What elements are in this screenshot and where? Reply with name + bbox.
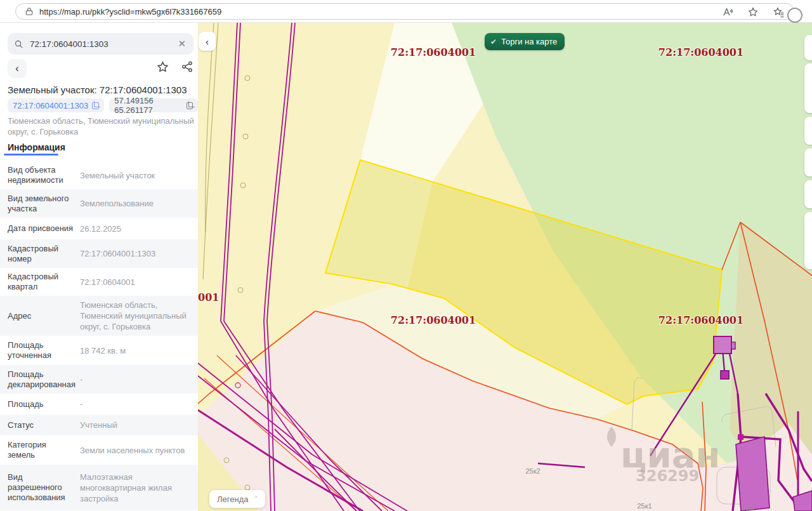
- trades-button-label: Торги на карте: [501, 37, 557, 46]
- quarter-label: 72:17:0604001: [658, 46, 743, 58]
- map-control-button[interactable]: [804, 63, 812, 113]
- quarter-label-clipped: 001: [198, 291, 219, 303]
- row-label: Площадь декларированная: [8, 369, 74, 390]
- map-control-button[interactable]: [804, 149, 812, 176]
- building-small[interactable]: [721, 371, 729, 379]
- back-button[interactable]: ‹: [8, 59, 27, 78]
- house-label: 25к2: [525, 467, 540, 475]
- chevron-up-icon: ⌃: [253, 495, 258, 502]
- table-row: Дата присвоения26.12.2025: [0, 218, 198, 239]
- table-row: Кадастровый номер72:17:0604001:1303: [0, 239, 198, 268]
- map-canvas: циан 326299 72:17:0604001 72:17:0604001 …: [198, 23, 812, 511]
- quarter-label: 72:17:0604001: [391, 314, 476, 326]
- svg-text:326299: 326299: [636, 467, 699, 485]
- address-bar[interactable]: https://map.ru/pkk?ysclid=mkw5gx6l7k3316…: [15, 3, 794, 20]
- row-label: Площадь: [8, 399, 74, 409]
- share-icon[interactable]: [181, 60, 193, 73]
- row-value: 72:17:0604001:1303: [80, 248, 155, 259]
- row-label: Категория земель: [8, 440, 74, 460]
- coordinates-text: 57.149156 65.261177: [114, 96, 183, 115]
- table-row: СтатусУчтенный: [0, 415, 198, 435]
- row-value: Тюменская область, Тюменский муниципальн…: [80, 300, 190, 332]
- check-icon: ✔: [490, 37, 497, 46]
- cadastral-number-text: 72:17:0604001:1303: [13, 101, 88, 110]
- row-label: Площадь уточненная: [8, 340, 74, 361]
- row-value: 72:17:0604001: [80, 277, 135, 288]
- copy-icon[interactable]: [92, 102, 99, 109]
- map-control-button[interactable]: [804, 117, 812, 145]
- clear-search-icon[interactable]: ✕: [178, 38, 186, 50]
- building[interactable]: [714, 336, 731, 354]
- table-row: Вид земельного участкаЗемлепользование: [0, 189, 198, 218]
- row-value: Учтенный: [80, 420, 117, 430]
- row-value: -: [80, 399, 82, 409]
- coordinates-chip[interactable]: 57.149156 65.261177: [109, 98, 198, 112]
- parcel-title: Земельный участок: 72:17:0604001:1303: [8, 84, 193, 95]
- row-label: Статус: [8, 420, 74, 430]
- map-control-button[interactable]: [804, 180, 812, 208]
- url-text: https://map.ru/pkk?ysclid=mkw5gx6l7k3316…: [39, 7, 221, 17]
- building-10k2[interactable]: [736, 437, 769, 511]
- legend-button[interactable]: Легенда ⌃: [209, 490, 265, 508]
- pipe-node: [738, 434, 743, 440]
- row-value: Земли населенных пунктов: [80, 445, 185, 456]
- row-label: Вид земельного участка: [8, 194, 74, 214]
- house-label: 10к2: [741, 504, 756, 511]
- map-control-button[interactable]: [804, 212, 812, 269]
- browser-profile-icon[interactable]: [787, 8, 802, 23]
- read-aloud-icon[interactable]: [721, 6, 734, 18]
- table-row: АдресТюменская область, Тюменский муници…: [0, 296, 198, 336]
- collections-icon[interactable]: [772, 6, 785, 18]
- cadastral-number-chip[interactable]: 72:17:0604001:1303: [8, 98, 104, 112]
- lock-icon: [25, 7, 34, 16]
- row-value: 26.12.2025: [80, 223, 121, 234]
- legend-button-label: Легенда: [217, 494, 248, 504]
- favorites-star-icon[interactable]: [747, 6, 759, 18]
- search-value: 72:17:0604001:1303: [30, 39, 178, 49]
- copy-icon[interactable]: [187, 102, 193, 109]
- building-annex: [731, 342, 735, 349]
- search-input[interactable]: 72:17:0604001:1303 ✕: [8, 33, 193, 55]
- house-label: 25к1: [637, 502, 652, 510]
- quarter-label: 72:17:0604001: [658, 314, 743, 326]
- row-label: Вид объекта недвижимости: [8, 165, 74, 185]
- row-label: Кадастровый номер: [8, 244, 74, 264]
- trades-on-map-button[interactable]: ✔ Торги на карте: [485, 33, 565, 50]
- row-label: Адрес: [8, 311, 74, 321]
- row-value: Малоэтажная многоквартирная жилая застро…: [80, 472, 190, 504]
- quarter-label: 72:17:0604001: [391, 46, 476, 58]
- table-row: Площадь декларированная-: [0, 365, 198, 394]
- map-control-button[interactable]: [804, 35, 812, 60]
- collapse-panel-button[interactable]: ‹: [199, 32, 216, 51]
- row-value: -: [80, 374, 82, 385]
- table-row: Вид разрешенного использованияМалоэтажна…: [0, 465, 198, 510]
- row-value: 18 742 кв. м: [80, 345, 126, 356]
- table-row: Площадь-: [0, 394, 198, 415]
- tab-information[interactable]: Информация: [8, 142, 65, 152]
- cadastral-map[interactable]: циан 326299 72:17:0604001 72:17:0604001 …: [198, 23, 812, 511]
- row-value: Землепользование: [80, 198, 154, 209]
- parcel-address: Тюменская область, Тюменский муниципальн…: [8, 116, 195, 137]
- search-icon: [14, 39, 23, 49]
- parcel-attributes-table: Вид объекта недвижимостиЗемельный участо…: [0, 161, 198, 510]
- row-label: Вид разрешенного использования: [8, 472, 74, 503]
- favorite-parcel-icon[interactable]: [156, 60, 169, 74]
- row-value: Земельный участок: [80, 170, 155, 181]
- tab-active-underline: [4, 154, 58, 156]
- parcel-info-panel: 72:17:0604001:1303 ✕ ‹ Земельный участок…: [0, 23, 198, 511]
- row-label: Кадастровый квартал: [8, 272, 74, 292]
- table-row: Категория земельЗемли населенных пунктов: [0, 435, 198, 465]
- row-label: Дата присвоения: [8, 223, 74, 234]
- table-row: Площадь уточненная18 742 кв. м: [0, 336, 198, 365]
- table-row: Кадастровый квартал72:17:0604001: [0, 268, 198, 296]
- table-row: Вид объекта недвижимостиЗемельный участо…: [0, 161, 198, 189]
- browser-toolbar: https://map.ru/pkk?ysclid=mkw5gx6l7k3316…: [0, 0, 812, 23]
